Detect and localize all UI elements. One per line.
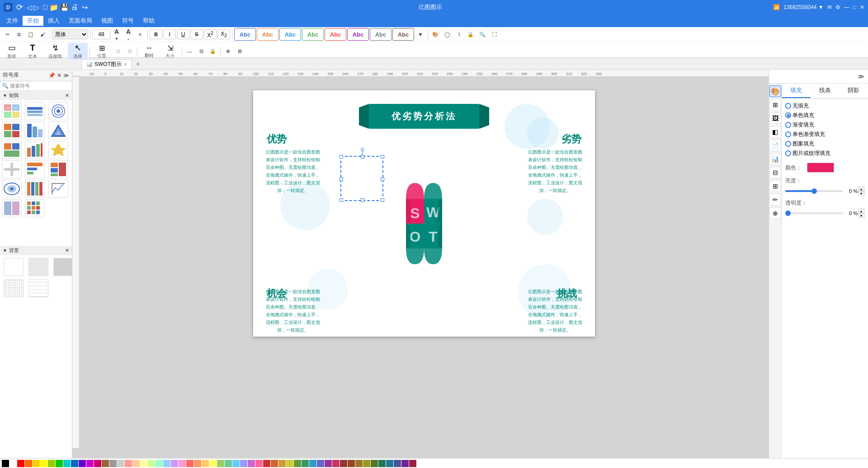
superscript-button[interactable]: X2 — [204, 29, 217, 39]
opt-no-fill[interactable]: 无填充 — [785, 102, 864, 110]
increase-font-button[interactable]: A+ — [111, 29, 122, 40]
layout-icon-btn[interactable]: ⊞ — [769, 180, 781, 192]
color-swatch[interactable] — [94, 460, 101, 467]
color-swatch[interactable] — [202, 460, 209, 467]
menu-file[interactable]: 文件 — [2, 16, 23, 26]
search-input[interactable] — [10, 83, 70, 89]
opacity-slider[interactable] — [785, 212, 843, 214]
tab-line[interactable]: 线条 — [811, 84, 840, 98]
color-swatch[interactable] — [225, 460, 232, 467]
color-swatch[interactable] — [86, 460, 94, 467]
color-swatch[interactable] — [248, 460, 255, 467]
menu-insert[interactable]: 插入 — [43, 16, 64, 26]
handle-ml[interactable] — [340, 178, 343, 181]
brightness-up-button[interactable]: ▲ — [858, 187, 864, 191]
tab-shadow[interactable]: 阴影 — [839, 84, 868, 98]
opacity-thumb[interactable] — [785, 211, 791, 216]
color-swatch[interactable] — [2, 460, 9, 467]
menu-layout[interactable]: 页面布局 — [64, 16, 97, 26]
color-swatch[interactable] — [71, 460, 78, 467]
abc-btn-3[interactable]: Abc — [279, 28, 301, 41]
rotate-tool[interactable]: ↔ 翻转 — [139, 44, 159, 59]
color-swatch[interactable] — [132, 460, 140, 467]
connect-tool[interactable]: ↯ 连接线 — [43, 43, 67, 60]
canvas-scroll-area[interactable]: 优劣势分析法 优势 劣势 机会 挑战 亿图图示是一款综合图形图表设计软件，支持轻… — [80, 77, 769, 458]
shape-thumb-14[interactable] — [25, 180, 45, 198]
bg-section-close-icon[interactable]: ✕ — [65, 248, 69, 253]
color-swatch[interactable] — [63, 460, 71, 467]
color-swatch[interactable] — [148, 460, 155, 467]
shape-thumb-11[interactable] — [25, 160, 45, 178]
abc-btn-1[interactable]: Abc — [234, 28, 256, 41]
dash-style-btn[interactable]: ⊟ — [196, 46, 207, 57]
color-swatch[interactable] — [355, 460, 363, 467]
color-swatch[interactable] — [117, 460, 124, 467]
color-swatch[interactable] — [109, 460, 117, 467]
color-swatch[interactable] — [332, 460, 340, 467]
shape-tool[interactable]: ▭ 形状 — [2, 43, 22, 60]
opt-pattern-fill[interactable]: 图案填充 — [785, 140, 864, 148]
handle-bl[interactable] — [340, 198, 343, 202]
canvas-page[interactable]: 优劣势分析法 优势 劣势 机会 挑战 亿图图示是一款综合图形图表设计软件，支持轻… — [253, 90, 595, 337]
bg-lines[interactable] — [28, 279, 48, 297]
shape-thumb-16[interactable] — [2, 199, 22, 217]
italic-button[interactable]: I — [163, 29, 176, 39]
shape-thumb-4[interactable] — [2, 122, 22, 140]
color-swatch[interactable] — [348, 460, 355, 467]
handle-tc[interactable] — [361, 155, 364, 159]
color-swatch[interactable] — [278, 460, 286, 467]
fill-color-button[interactable]: 🎨 — [430, 29, 441, 40]
opt-gradient-fill[interactable]: 渐变填充 — [785, 121, 864, 129]
doc-icon-btn[interactable]: 📄 — [769, 140, 781, 151]
connector-style[interactable]: ⌇ — [453, 29, 464, 40]
color-swatch[interactable] — [217, 460, 224, 467]
shape-thumb-13[interactable] — [2, 180, 22, 198]
opt-solid-gradient-fill[interactable]: 单色渐变填充 — [785, 131, 864, 138]
settings-icon-btn[interactable]: ⊕ — [769, 207, 781, 219]
abc-more-button[interactable]: ▼ — [415, 29, 426, 40]
lock2-btn[interactable]: 🔒 — [208, 46, 218, 57]
color-swatch[interactable] — [255, 460, 263, 467]
arrange-btn[interactable]: ⊕ — [222, 46, 233, 57]
handle-bc[interactable] — [361, 198, 364, 202]
color-swatch[interactable] — [309, 460, 316, 467]
color-swatch[interactable] — [194, 460, 201, 467]
close-tab-icon[interactable]: ✕ — [123, 62, 127, 67]
fill-icon-btn[interactable]: 🎨 — [769, 85, 781, 97]
color-swatch[interactable] — [17, 460, 24, 467]
menu-start[interactable]: 开始 — [23, 16, 43, 26]
section-close-icon[interactable]: ✕ — [65, 93, 69, 98]
color-swatch[interactable] — [102, 460, 109, 467]
color-swatch[interactable] — [9, 460, 17, 467]
color-swatch[interactable] — [371, 460, 378, 467]
shape-thumb-17[interactable] — [25, 199, 45, 217]
color-swatch[interactable] — [156, 460, 163, 467]
color-swatch[interactable] — [209, 460, 217, 467]
rp-expand-button[interactable]: ≫ — [855, 71, 866, 82]
brightness-slider[interactable] — [785, 190, 843, 192]
subscript-button[interactable]: X2 — [217, 29, 230, 39]
color-swatch[interactable] — [48, 460, 55, 467]
add-tab-button[interactable]: + — [133, 59, 143, 69]
handle-tl[interactable] — [340, 155, 343, 159]
color-swatch[interactable] — [79, 460, 86, 467]
opacity-up-button[interactable]: ▲ — [858, 209, 864, 213]
color-swatch[interactable] — [179, 460, 186, 467]
panel-expand-icon[interactable]: ≫ — [63, 72, 69, 79]
color-swatch[interactable] — [171, 460, 178, 467]
bold-button[interactable]: B — [150, 29, 162, 39]
color-swatch[interactable] — [394, 460, 401, 467]
shape-thumb-9[interactable] — [48, 141, 68, 159]
menu-help[interactable]: 帮助 — [138, 16, 159, 26]
select-tool[interactable]: ↖ 选择 — [68, 43, 88, 60]
shape-thumb-7[interactable] — [2, 141, 22, 159]
color-swatch[interactable] — [340, 460, 347, 467]
color-swatch[interactable] — [409, 460, 416, 467]
color-swatch[interactable] — [317, 460, 324, 467]
bg-gray2[interactable] — [53, 258, 73, 276]
handle-tr[interactable] — [381, 155, 384, 159]
color-swatch[interactable] — [33, 460, 40, 467]
brightness-thumb[interactable] — [811, 188, 817, 194]
color-swatch[interactable] — [363, 460, 370, 467]
paste-button[interactable]: 📋 — [25, 29, 36, 40]
